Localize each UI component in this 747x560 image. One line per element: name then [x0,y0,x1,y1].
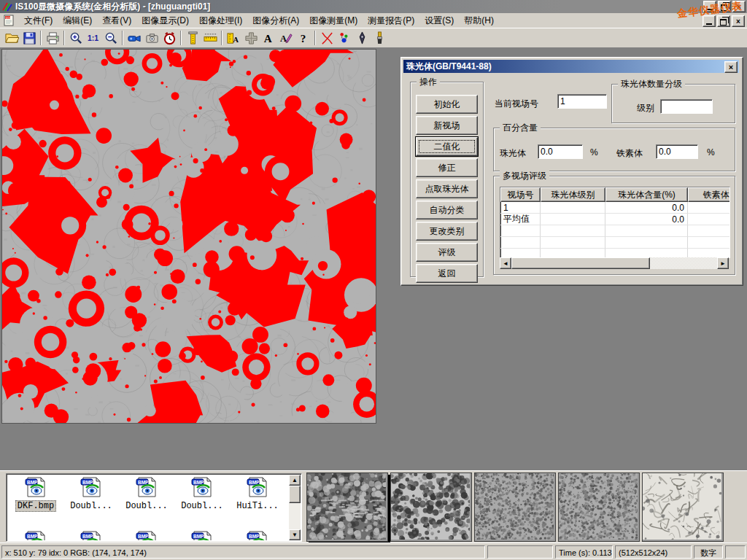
save-icon[interactable] [20,29,38,47]
menu-item-1[interactable]: 编辑(E) [58,13,97,28]
table-horizontal-scrollbar[interactable]: ◄ ► [500,257,729,269]
ruler-icon[interactable] [201,29,219,47]
file-item-partial[interactable]: BMP [175,530,229,540]
status-empty-1 [487,545,553,559]
thumbnail-1[interactable] [306,472,388,542]
caliper-icon[interactable] [184,29,201,47]
scroll-right-button[interactable]: ► [717,257,729,269]
file-name[interactable]: DKF.bmp [15,500,56,512]
particles-icon[interactable] [336,29,353,47]
file-item[interactable]: BMPDoubl... [175,476,229,511]
menu-item-8[interactable]: 设置(S) [419,13,459,28]
current-view-input[interactable] [557,94,607,109]
toolbar-separator [221,31,222,45]
menu-item-6[interactable]: 图像测量(M) [304,13,363,28]
table-header-1[interactable]: 珠光体级别 [541,187,605,202]
pearlite-dialog: 珠光体(GB/T9441-88) × 操作 初始化新视场二值化修正点取珠光体自动… [400,57,743,286]
menu-item-5[interactable]: 图像分析(A) [247,13,304,28]
file-item-partial[interactable]: BMP [120,530,174,540]
actual-size-icon[interactable]: 1:1 [85,29,102,47]
dialog-title-bar[interactable]: 珠光体(GB/T9441-88) × [403,60,739,73]
binarize-button[interactable]: 二值化 [416,137,478,156]
file-item-partial[interactable]: BMP [64,530,118,540]
close-button[interactable]: × [732,1,746,12]
minimize-button[interactable] [703,1,716,12]
clock-icon[interactable] [160,29,178,47]
multi-view-table[interactable]: 视场号珠光体级别珠光体含量(%)铁素体含量(%)10.0平均值0.0 [500,187,730,258]
scroll-thumb[interactable] [511,257,650,269]
pen-icon[interactable] [353,29,371,47]
file-item-partial[interactable]: BMP [231,530,285,540]
grid-icon[interactable] [242,29,260,47]
file-name[interactable]: Doubl... [179,501,225,511]
brush-icon[interactable] [371,29,388,47]
thumbnail-5[interactable] [642,472,724,542]
mdi-restore-button[interactable] [717,15,730,27]
zoom-out-icon[interactable] [102,29,120,47]
level-input[interactable] [660,99,713,114]
initialize-button[interactable]: 初始化 [416,95,478,114]
pearlite-unit: % [590,147,598,158]
help-icon[interactable]: ? [295,29,312,47]
file-list-scrollbar[interactable]: ▲ ▼ [289,475,301,540]
return-button[interactable]: 返回 [416,264,478,283]
change-class-button[interactable]: 更改类别 [416,222,478,241]
capture-icon[interactable] [143,29,160,47]
table-header-2[interactable]: 珠光体含量(%) [605,187,688,202]
correct-button[interactable]: 修正 [416,158,478,177]
video-camera-icon[interactable] [125,29,143,47]
new-field-button[interactable]: 新视场 [416,116,478,135]
menu-item-4[interactable]: 图像处理(I) [194,13,247,28]
micrograph-image[interactable] [2,50,376,423]
thumbnail-image [391,473,470,540]
thumbnail-3[interactable] [474,472,556,542]
file-list: BMPDKF.bmpBMPDoubl...BMPDoubl...BMPDoubl… [6,473,302,542]
scroll-left-button[interactable]: ◄ [500,257,511,269]
menu-item-2[interactable]: 查看(V) [97,13,136,28]
pick-pearlite-button[interactable]: 点取珠光体 [416,179,478,198]
grade-button[interactable]: 评级 [416,243,478,262]
measure-text-icon[interactable]: A [225,29,242,47]
svg-text:BMP: BMP [249,480,260,485]
table-cell [605,237,688,249]
scroll-down-button[interactable]: ▼ [289,529,301,540]
thumbnail-2[interactable] [390,472,472,542]
annotate-icon[interactable]: A [277,29,295,47]
open-icon[interactable] [3,29,20,47]
dialog-close-button[interactable]: × [724,61,738,73]
menu-item-7[interactable]: 测量报告(P) [363,13,419,28]
status-resolution: (512x512x24) [615,545,692,559]
text-icon[interactable]: A [260,29,277,47]
menu-item-0[interactable]: 文件(F) [19,13,58,28]
file-name[interactable]: HuiTi... [235,501,280,511]
curve-icon[interactable] [318,29,336,47]
thumbnail-4[interactable] [558,472,640,542]
scroll-track[interactable] [650,257,717,269]
table-header-0[interactable]: 视场号 [500,187,541,202]
file-item-partial[interactable]: BMP [9,530,63,540]
file-item[interactable]: BMPDKF.bmp [9,476,63,512]
scroll-up-button[interactable]: ▲ [289,475,301,486]
ferrite-percent-input[interactable] [656,144,698,159]
file-item[interactable]: BMPDoubl... [64,476,118,511]
file-name[interactable]: Doubl... [124,501,169,511]
pearlite-percent-input[interactable] [538,144,583,159]
print-icon[interactable] [44,29,61,47]
menu-item-9[interactable]: 帮助(H) [459,13,499,28]
restore-button[interactable] [718,1,731,12]
menu-item-3[interactable]: 图像显示(D) [136,13,194,28]
zoom-in-icon[interactable] [67,29,85,47]
table-header-3[interactable]: 铁素体含量(%) [688,187,730,202]
file-item[interactable]: BMPHuiTi... [231,476,285,511]
file-item[interactable]: BMPDoubl... [120,476,174,511]
scroll-thumb[interactable] [289,486,301,503]
mdi-close-button[interactable]: × [732,15,745,27]
table-row[interactable]: 平均值0.0 [500,214,730,225]
ferrite-unit: % [707,147,715,158]
auto-classify-button[interactable]: 自动分类 [416,201,478,219]
mdi-minimize-button[interactable] [703,15,716,27]
file-name[interactable]: Doubl... [69,501,114,511]
svg-text:A: A [233,36,239,44]
menu-bar: DOC 文件(F)编辑(E)查看(V)图像显示(D)图像处理(I)图像分析(A)… [0,13,747,28]
table-row[interactable]: 10.0 [500,202,730,214]
